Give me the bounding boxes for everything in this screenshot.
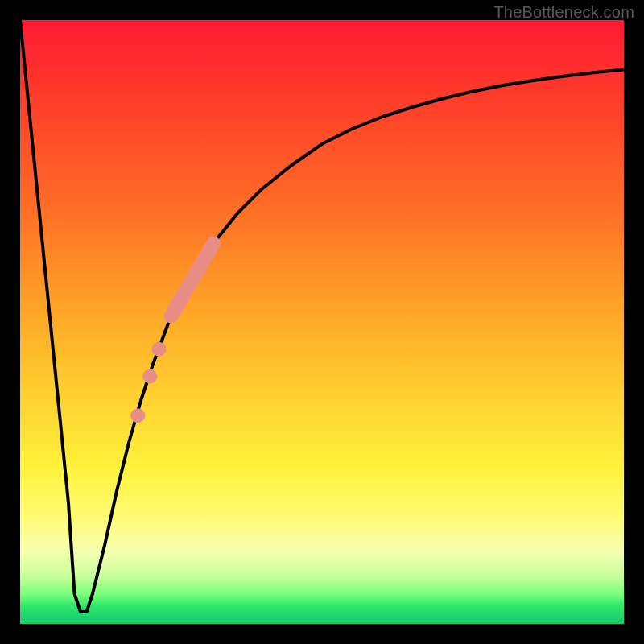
highlight-dot-0 xyxy=(152,342,167,357)
highlight-dot-1 xyxy=(142,369,157,384)
highlight-thick-segment xyxy=(171,244,214,316)
plot-area xyxy=(20,20,624,624)
highlight-dot-2 xyxy=(130,408,145,423)
chart-frame: TheBottleneck.com xyxy=(0,0,644,644)
chart-svg xyxy=(20,20,624,624)
attribution-label: TheBottleneck.com xyxy=(493,3,634,22)
highlight-dots xyxy=(130,342,166,423)
bottleneck-curve xyxy=(20,20,624,612)
